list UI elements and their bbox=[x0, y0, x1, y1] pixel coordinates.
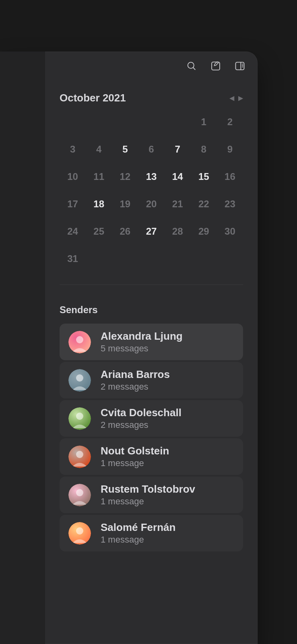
sender-name: Rustem Tolstobrov bbox=[101, 483, 195, 495]
inspector-panel: October 2021 ◀ ▶ 12345678910111213141516… bbox=[45, 52, 258, 644]
calendar-title: October 2021 bbox=[60, 92, 126, 104]
sender-count: 1 message bbox=[101, 458, 169, 469]
calendar-day[interactable]: 19 bbox=[112, 196, 138, 212]
calendar-day[interactable]: 18 bbox=[86, 196, 112, 212]
sender-item[interactable]: Salomé Fernán1 message bbox=[60, 515, 243, 551]
compose-icon[interactable] bbox=[209, 60, 222, 72]
calendar-day[interactable]: 17 bbox=[60, 196, 86, 212]
sender-item[interactable]: Nout Golstein1 message bbox=[60, 438, 243, 475]
calendar-day[interactable]: 9 bbox=[217, 141, 243, 157]
avatar bbox=[68, 369, 91, 392]
svg-point-11 bbox=[76, 374, 83, 382]
sender-count: 5 messages bbox=[101, 343, 183, 354]
avatar bbox=[68, 522, 91, 545]
sender-count: 1 message bbox=[101, 496, 195, 507]
sender-count: 2 messages bbox=[101, 420, 182, 430]
calendar-day bbox=[112, 114, 138, 130]
search-icon[interactable] bbox=[185, 60, 198, 72]
calendar-day[interactable]: 5 bbox=[112, 141, 138, 157]
calendar-day[interactable]: 27 bbox=[138, 223, 164, 239]
sender-item[interactable]: Ariana Barros2 messages bbox=[60, 362, 243, 398]
sender-item[interactable]: Rustem Tolstobrov1 message bbox=[60, 477, 243, 513]
calendar-day[interactable]: 28 bbox=[165, 223, 191, 239]
calendar-day[interactable]: 26 bbox=[112, 223, 138, 239]
calendar-day[interactable]: 29 bbox=[191, 223, 217, 239]
avatar bbox=[68, 331, 91, 353]
divider bbox=[60, 285, 243, 285]
calendar-day[interactable]: 15 bbox=[191, 169, 217, 185]
sender-name: Nout Golstein bbox=[101, 445, 169, 457]
calendar-day[interactable]: 25 bbox=[86, 223, 112, 239]
avatar bbox=[68, 446, 91, 468]
calendar-day[interactable]: 31 bbox=[60, 251, 86, 267]
calendar-day[interactable]: 20 bbox=[138, 196, 164, 212]
prev-month-icon[interactable]: ◀ bbox=[229, 94, 234, 102]
sender-count: 2 messages bbox=[101, 382, 170, 392]
inspector-window: October 2021 ◀ ▶ 12345678910111213141516… bbox=[0, 52, 258, 644]
panel-toggle-icon[interactable] bbox=[233, 60, 246, 72]
sender-name: Cvita Doleschall bbox=[101, 407, 182, 419]
calendar-day[interactable]: 12 bbox=[112, 169, 138, 185]
toolbar bbox=[45, 52, 258, 80]
sender-item[interactable]: Cvita Doleschall2 messages bbox=[60, 400, 243, 437]
svg-line-1 bbox=[193, 68, 196, 70]
svg-point-0 bbox=[188, 62, 194, 68]
calendar-day[interactable]: 14 bbox=[165, 169, 191, 185]
sidebar-strip bbox=[0, 52, 45, 644]
sender-name: Salomé Fernán bbox=[101, 521, 175, 534]
senders-title: Senders bbox=[60, 304, 243, 316]
svg-point-15 bbox=[76, 451, 83, 458]
sender-name: Alexandra Ljung bbox=[101, 330, 183, 343]
svg-point-9 bbox=[76, 336, 83, 343]
sender-name: Ariana Barros bbox=[101, 368, 170, 381]
calendar-grid: 1234567891011121314151617181920212223242… bbox=[60, 114, 243, 267]
calendar-day bbox=[60, 114, 86, 130]
calendar-day[interactable]: 16 bbox=[217, 169, 243, 185]
calendar-day[interactable]: 1 bbox=[191, 114, 217, 130]
calendar-day[interactable]: 6 bbox=[138, 141, 164, 157]
avatar bbox=[68, 407, 91, 430]
calendar-day[interactable]: 24 bbox=[60, 223, 86, 239]
calendar-day[interactable]: 23 bbox=[217, 196, 243, 212]
calendar-day[interactable]: 2 bbox=[217, 114, 243, 130]
calendar-day[interactable]: 7 bbox=[165, 141, 191, 157]
svg-point-13 bbox=[76, 413, 83, 420]
sender-list: Alexandra Ljung5 messagesAriana Barros2 … bbox=[60, 324, 243, 551]
calendar-day[interactable]: 30 bbox=[217, 223, 243, 239]
sender-item[interactable]: Alexandra Ljung5 messages bbox=[60, 324, 243, 360]
next-month-icon[interactable]: ▶ bbox=[238, 94, 243, 102]
calendar-day bbox=[138, 114, 164, 130]
calendar-day[interactable]: 4 bbox=[86, 141, 112, 157]
calendar-day bbox=[165, 114, 191, 130]
calendar-day[interactable]: 8 bbox=[191, 141, 217, 157]
calendar-day[interactable]: 3 bbox=[60, 141, 86, 157]
svg-point-19 bbox=[76, 527, 83, 535]
calendar-nav: ◀ ▶ bbox=[229, 94, 243, 102]
calendar-day[interactable]: 22 bbox=[191, 196, 217, 212]
avatar bbox=[68, 484, 91, 506]
calendar-day[interactable]: 10 bbox=[60, 169, 86, 185]
svg-point-17 bbox=[76, 489, 83, 496]
calendar-day[interactable]: 13 bbox=[138, 169, 164, 185]
sender-count: 1 message bbox=[101, 535, 175, 545]
calendar-day[interactable]: 11 bbox=[86, 169, 112, 185]
calendar-day[interactable]: 21 bbox=[165, 196, 191, 212]
svg-rect-3 bbox=[236, 62, 244, 70]
calendar-day bbox=[86, 114, 112, 130]
